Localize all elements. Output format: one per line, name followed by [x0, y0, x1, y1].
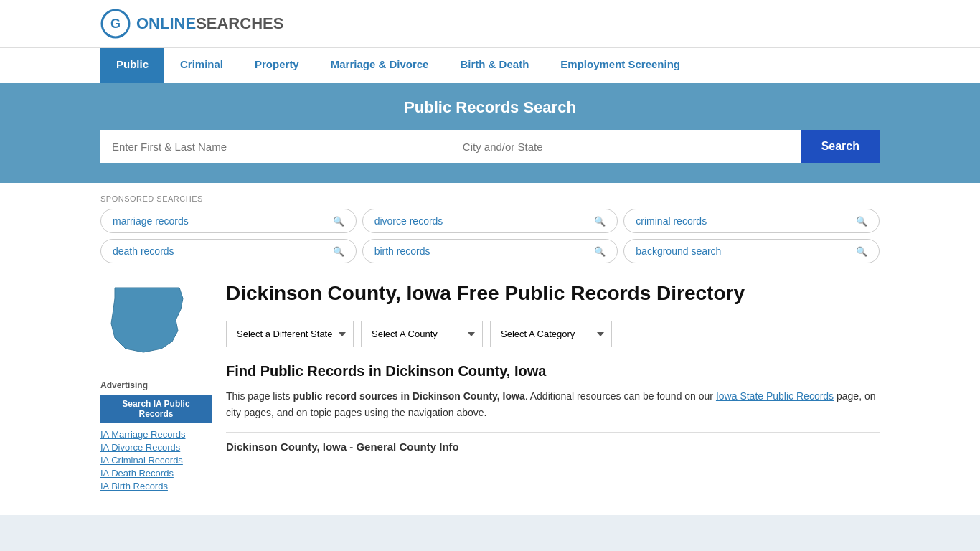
- search-title: Public Records Search: [100, 98, 880, 117]
- sponsored-label: SPONSORED SEARCHES: [100, 194, 880, 203]
- sponsored-background[interactable]: background search 🔍: [623, 239, 880, 263]
- main-right-content: Dickinson County, Iowa Free Public Recor…: [226, 281, 880, 494]
- county-info-header: Dickinson County, Iowa - General County …: [226, 432, 880, 453]
- logo-text: ONLINESEARCHES: [136, 14, 283, 33]
- search-icon-6: 🔍: [856, 246, 867, 257]
- state-map: [100, 281, 212, 369]
- dropdowns-row: Select a Different State Select A County…: [226, 321, 880, 347]
- iowa-map-svg: [100, 281, 194, 367]
- location-input[interactable]: [451, 130, 801, 163]
- sponsored-criminal[interactable]: criminal records 🔍: [623, 209, 880, 233]
- search-button[interactable]: Search: [801, 130, 880, 163]
- search-icon-3: 🔍: [856, 216, 867, 227]
- sidebar-link-criminal[interactable]: IA Criminal Records: [100, 455, 212, 466]
- sidebar-link-death[interactable]: IA Death Records: [100, 468, 212, 479]
- sponsored-birth[interactable]: birth records 🔍: [362, 239, 618, 263]
- nav-criminal[interactable]: Criminal: [164, 48, 239, 83]
- page-title: Dickinson County, Iowa Free Public Recor…: [226, 281, 880, 306]
- nav-marriage-divorce[interactable]: Marriage & Divorce: [315, 48, 445, 83]
- site-header: G ONLINESEARCHES: [0, 0, 980, 47]
- sidebar: Advertising Search IA Public Records IA …: [100, 281, 212, 494]
- nav-property[interactable]: Property: [239, 48, 315, 83]
- nav-birth-death[interactable]: Birth & Death: [444, 48, 545, 83]
- county-dropdown[interactable]: Select A County: [361, 321, 483, 347]
- sponsored-divorce[interactable]: divorce records 🔍: [362, 209, 618, 233]
- nav-public[interactable]: Public: [100, 48, 164, 83]
- sidebar-link-marriage[interactable]: IA Marriage Records: [100, 429, 212, 440]
- advertising-label: Advertising: [100, 380, 212, 390]
- logo[interactable]: G ONLINESEARCHES: [100, 9, 283, 39]
- category-dropdown[interactable]: Select A Category: [490, 321, 612, 347]
- sponsored-marriage[interactable]: marriage records 🔍: [100, 209, 357, 233]
- search-icon-5: 🔍: [594, 246, 606, 257]
- nav-employment[interactable]: Employment Screening: [545, 48, 696, 83]
- main-content-area: SPONSORED SEARCHES marriage records 🔍 di…: [0, 183, 980, 515]
- find-records-title: Find Public Records in Dickinson County,…: [226, 363, 880, 380]
- svg-marker-2: [111, 288, 183, 352]
- sidebar-link-divorce[interactable]: IA Divorce Records: [100, 442, 212, 453]
- name-input[interactable]: [100, 130, 451, 163]
- find-records-description: This page lists public record sources in…: [226, 388, 880, 420]
- main-nav: Public Criminal Property Marriage & Divo…: [0, 47, 980, 83]
- logo-icon: G: [100, 9, 131, 39]
- sponsored-grid: marriage records 🔍 divorce records 🔍 cri…: [100, 209, 880, 263]
- search-icon-1: 🔍: [333, 216, 344, 227]
- search-icon-2: 🔍: [594, 216, 606, 227]
- sidebar-links: IA Marriage Records IA Divorce Records I…: [100, 429, 212, 491]
- iowa-state-link[interactable]: Iowa State Public Records: [716, 390, 834, 402]
- svg-text:G: G: [110, 17, 121, 31]
- search-row: Search: [100, 130, 880, 163]
- content-area: Advertising Search IA Public Records IA …: [100, 281, 880, 494]
- sponsored-death[interactable]: death records 🔍: [100, 239, 357, 263]
- sidebar-search-button[interactable]: Search IA Public Records: [100, 395, 212, 423]
- sidebar-link-birth[interactable]: IA Birth Records: [100, 481, 212, 491]
- state-dropdown[interactable]: Select a Different State: [226, 321, 354, 347]
- search-icon-4: 🔍: [333, 246, 344, 257]
- search-section: Public Records Search Search: [0, 83, 980, 183]
